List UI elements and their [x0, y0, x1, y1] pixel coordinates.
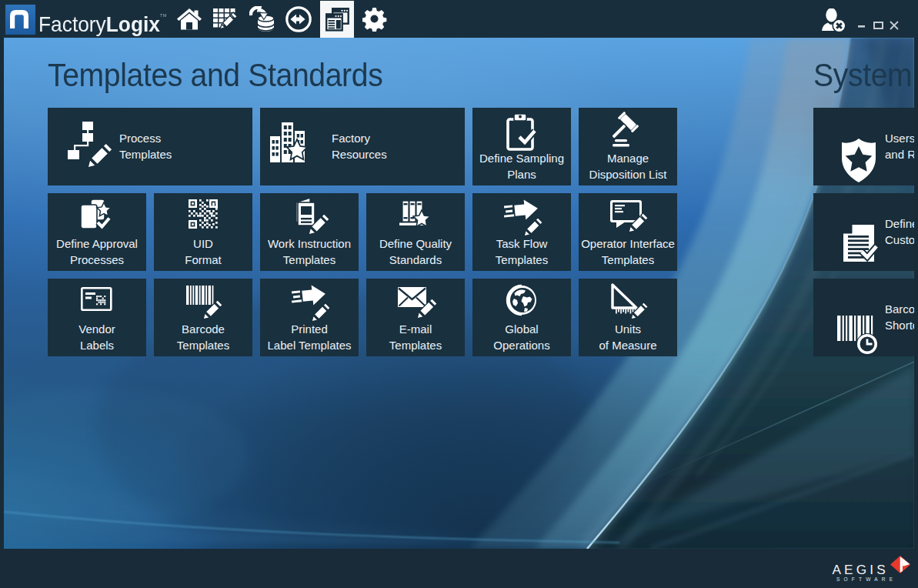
svg-text:SOFTWARE: SOFTWARE	[836, 576, 896, 582]
svg-text:AEGIS: AEGIS	[832, 562, 889, 577]
